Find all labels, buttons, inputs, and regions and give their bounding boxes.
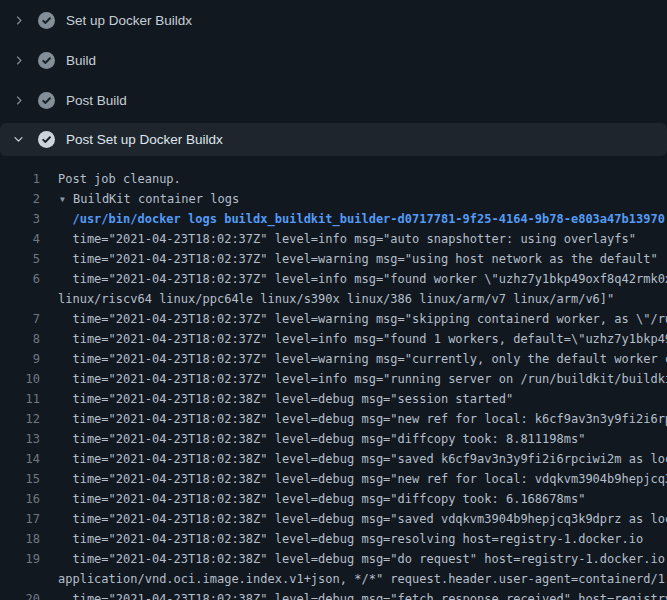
log-text: application/vnd.oci.image.index.v1+json,… bbox=[58, 569, 667, 589]
chevron-right-icon[interactable] bbox=[11, 13, 25, 27]
log-text: Post job cleanup. bbox=[58, 169, 181, 189]
log-text: time="2021-04-23T18:02:38Z" level=debug … bbox=[58, 509, 667, 529]
log-line: 10 time="2021-04-23T18:02:37Z" level=inf… bbox=[0, 369, 667, 389]
log-line: 11 time="2021-04-23T18:02:38Z" level=deb… bbox=[0, 389, 667, 409]
line-number[interactable]: 16 bbox=[0, 489, 40, 509]
log-line: 6 time="2021-04-23T18:02:37Z" level=info… bbox=[0, 269, 667, 289]
log-text: time="2021-04-23T18:02:38Z" level=debug … bbox=[58, 389, 513, 409]
log-line: 4 time="2021-04-23T18:02:37Z" level=info… bbox=[0, 229, 667, 249]
log-line: 8 time="2021-04-23T18:02:37Z" level=info… bbox=[0, 329, 667, 349]
line-number[interactable]: 2 bbox=[0, 189, 40, 209]
line-number[interactable]: 10 bbox=[0, 369, 40, 389]
step-title: Build bbox=[66, 53, 96, 68]
log-line-continuation: application/vnd.oci.image.index.v1+json,… bbox=[0, 569, 667, 589]
step-row-post-set-up-docker-buildx[interactable]: Post Set up Docker Buildx bbox=[0, 123, 667, 156]
log-line: 2▼BuildKit container logs bbox=[0, 189, 667, 209]
log-text: time="2021-04-23T18:02:38Z" level=debug … bbox=[58, 589, 667, 600]
log-line: 1Post job cleanup. bbox=[0, 169, 667, 189]
line-number[interactable]: 15 bbox=[0, 469, 40, 489]
log-line: 9 time="2021-04-23T18:02:37Z" level=warn… bbox=[0, 349, 667, 369]
log-area: 1Post job cleanup.2▼BuildKit container l… bbox=[0, 156, 667, 600]
line-number bbox=[0, 569, 40, 589]
log-line: 3 /usr/bin/docker logs buildx_buildkit_b… bbox=[0, 209, 667, 229]
step-row-post-build[interactable]: Post Build bbox=[0, 80, 667, 120]
log-line: 17 time="2021-04-23T18:02:38Z" level=deb… bbox=[0, 509, 667, 529]
line-number[interactable]: 3 bbox=[0, 209, 40, 229]
log-line: 19 time="2021-04-23T18:02:38Z" level=deb… bbox=[0, 549, 667, 569]
check-circle-icon bbox=[38, 12, 55, 29]
log-text: time="2021-04-23T18:02:37Z" level=info m… bbox=[58, 269, 667, 289]
line-number[interactable]: 9 bbox=[0, 349, 40, 369]
log-text: time="2021-04-23T18:02:38Z" level=debug … bbox=[58, 549, 667, 569]
log-line-continuation: linux/riscv64 linux/ppc64le linux/s390x … bbox=[0, 289, 667, 309]
log-line: 7 time="2021-04-23T18:02:37Z" level=warn… bbox=[0, 309, 667, 329]
log-text: time="2021-04-23T18:02:38Z" level=debug … bbox=[58, 429, 585, 449]
log-text: time="2021-04-23T18:02:37Z" level=warnin… bbox=[58, 249, 658, 269]
log-group-label: BuildKit container logs bbox=[73, 192, 239, 206]
actions-log-viewer: { "theme": { "background": "#12181f", "e… bbox=[0, 0, 667, 600]
log-text: time="2021-04-23T18:02:38Z" level=debug … bbox=[58, 409, 667, 429]
log-text: linux/riscv64 linux/ppc64le linux/s390x … bbox=[58, 289, 614, 309]
log-line: 18 time="2021-04-23T18:02:38Z" level=deb… bbox=[0, 529, 667, 549]
check-circle-icon bbox=[38, 92, 55, 109]
line-number[interactable]: 4 bbox=[0, 229, 40, 249]
check-circle-icon bbox=[38, 131, 55, 148]
log-text: time="2021-04-23T18:02:37Z" level=warnin… bbox=[58, 349, 667, 369]
line-number[interactable]: 6 bbox=[0, 269, 40, 289]
steps-list: Set up Docker BuildxBuildPost BuildPost … bbox=[0, 0, 667, 156]
line-number[interactable]: 13 bbox=[0, 429, 40, 449]
step-title: Set up Docker Buildx bbox=[66, 13, 192, 28]
line-number[interactable]: 12 bbox=[0, 409, 40, 429]
line-number[interactable]: 20 bbox=[0, 589, 40, 600]
line-number bbox=[0, 289, 40, 309]
step-row-build[interactable]: Build bbox=[0, 40, 667, 80]
log-line: 20 time="2021-04-23T18:02:38Z" level=deb… bbox=[0, 589, 667, 600]
line-number[interactable]: 11 bbox=[0, 389, 40, 409]
line-number[interactable]: 5 bbox=[0, 249, 40, 269]
step-row-set-up-docker-buildx[interactable]: Set up Docker Buildx bbox=[0, 0, 667, 40]
line-number[interactable]: 8 bbox=[0, 329, 40, 349]
triangle-down-icon[interactable]: ▼ bbox=[60, 190, 73, 209]
line-number[interactable]: 7 bbox=[0, 309, 40, 329]
log-text: time="2021-04-23T18:02:38Z" level=debug … bbox=[58, 449, 667, 469]
step-title: Post Build bbox=[66, 93, 127, 108]
log-text: time="2021-04-23T18:02:38Z" level=debug … bbox=[58, 469, 667, 489]
line-number[interactable]: 19 bbox=[0, 549, 40, 569]
chevron-right-icon[interactable] bbox=[11, 93, 25, 107]
log-text: time="2021-04-23T18:02:37Z" level=warnin… bbox=[58, 309, 667, 329]
log-text: time="2021-04-23T18:02:38Z" level=debug … bbox=[58, 489, 585, 509]
check-circle-icon bbox=[38, 52, 55, 69]
line-number[interactable]: 17 bbox=[0, 509, 40, 529]
log-text: time="2021-04-23T18:02:37Z" level=info m… bbox=[58, 369, 667, 389]
log-line: 12 time="2021-04-23T18:02:38Z" level=deb… bbox=[0, 409, 667, 429]
step-title: Post Set up Docker Buildx bbox=[66, 132, 223, 147]
log-line: 15 time="2021-04-23T18:02:38Z" level=deb… bbox=[0, 469, 667, 489]
log-line: 13 time="2021-04-23T18:02:38Z" level=deb… bbox=[0, 429, 667, 449]
line-number[interactable]: 18 bbox=[0, 529, 40, 549]
log-line: 5 time="2021-04-23T18:02:37Z" level=warn… bbox=[0, 249, 667, 269]
line-number[interactable]: 1 bbox=[0, 169, 40, 189]
chevron-right-icon[interactable] bbox=[11, 53, 25, 67]
log-group-toggle[interactable]: ▼BuildKit container logs bbox=[58, 189, 239, 209]
log-line: 16 time="2021-04-23T18:02:38Z" level=deb… bbox=[0, 489, 667, 509]
chevron-down-icon[interactable] bbox=[11, 133, 25, 147]
log-line: 14 time="2021-04-23T18:02:38Z" level=deb… bbox=[0, 449, 667, 469]
line-number[interactable]: 14 bbox=[0, 449, 40, 469]
log-text: time="2021-04-23T18:02:37Z" level=info m… bbox=[58, 329, 667, 349]
log-text: time="2021-04-23T18:02:38Z" level=debug … bbox=[58, 529, 643, 549]
log-text: time="2021-04-23T18:02:37Z" level=info m… bbox=[58, 229, 636, 249]
log-command-text: /usr/bin/docker logs buildx_buildkit_bui… bbox=[58, 209, 665, 229]
